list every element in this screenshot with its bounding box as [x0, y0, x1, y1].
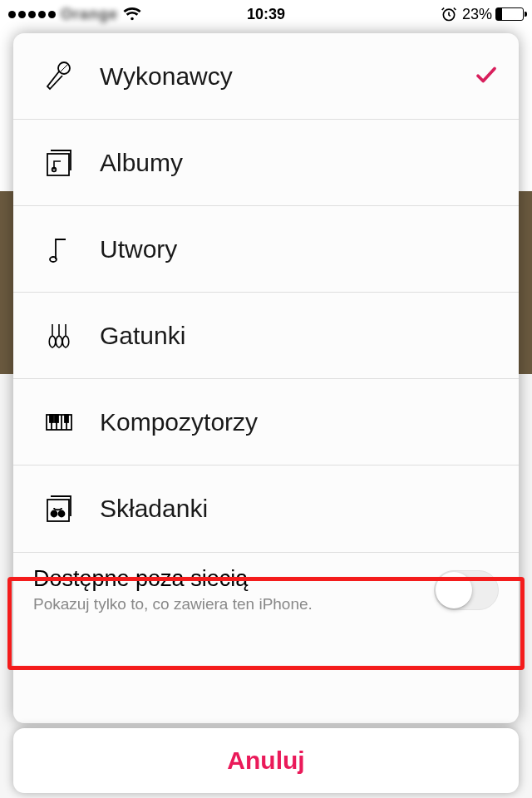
piano-icon: [37, 406, 81, 439]
menu-item-compilations[interactable]: Składanki: [13, 466, 519, 552]
menu-item-label: Kompozytorzy: [100, 408, 258, 436]
svg-point-17: [59, 511, 65, 517]
alarm-icon: [441, 6, 457, 22]
music-note-icon: [37, 233, 81, 266]
menu-item-albums[interactable]: Albumy: [13, 120, 519, 206]
compilations-icon: [37, 492, 81, 525]
menu-item-genres[interactable]: Gatunki: [13, 293, 519, 379]
checkmark-icon: [474, 62, 499, 91]
cancel-button[interactable]: Anuluj: [13, 728, 519, 793]
library-sort-sheet: Wykonawcy Albumy Utwory: [13, 33, 519, 723]
svg-rect-12: [50, 415, 53, 422]
offline-section: Dostępne poza siecią Pokazuj tylko to, c…: [13, 552, 519, 630]
battery-indicator: 23%: [462, 6, 524, 23]
menu-item-artists[interactable]: Wykonawcy: [13, 33, 519, 120]
svg-point-16: [52, 511, 57, 517]
status-time: 10:39: [247, 6, 285, 23]
offline-title: Dostępne poza siecią: [33, 566, 313, 592]
battery-percent: 23%: [462, 6, 492, 23]
toggle-knob: [436, 572, 472, 608]
svg-rect-14: [65, 415, 68, 422]
menu-item-composers[interactable]: Kompozytorzy: [13, 379, 519, 466]
carrier-label: Orange: [61, 6, 118, 23]
offline-toggle[interactable]: [434, 570, 499, 610]
wifi-icon: [123, 5, 141, 23]
cellular-signal-icon: [8, 11, 56, 18]
cancel-label: Anuluj: [227, 746, 304, 775]
menu-item-label: Albumy: [100, 149, 183, 177]
menu-item-label: Utwory: [100, 235, 177, 264]
offline-subtitle: Pokazuj tylko to, co zawiera ten iPhone.: [33, 595, 313, 613]
menu-item-label: Gatunki: [100, 322, 185, 350]
svg-rect-13: [55, 415, 58, 422]
status-bar: Orange 10:39 23%: [0, 0, 532, 28]
microphone-icon: [37, 60, 81, 93]
svg-rect-4: [47, 154, 69, 175]
album-icon: [37, 146, 81, 180]
guitars-icon: [37, 319, 81, 352]
menu-item-label: Składanki: [100, 495, 208, 523]
menu-item-label: Wykonawcy: [100, 62, 233, 91]
menu-item-songs[interactable]: Utwory: [13, 206, 519, 293]
